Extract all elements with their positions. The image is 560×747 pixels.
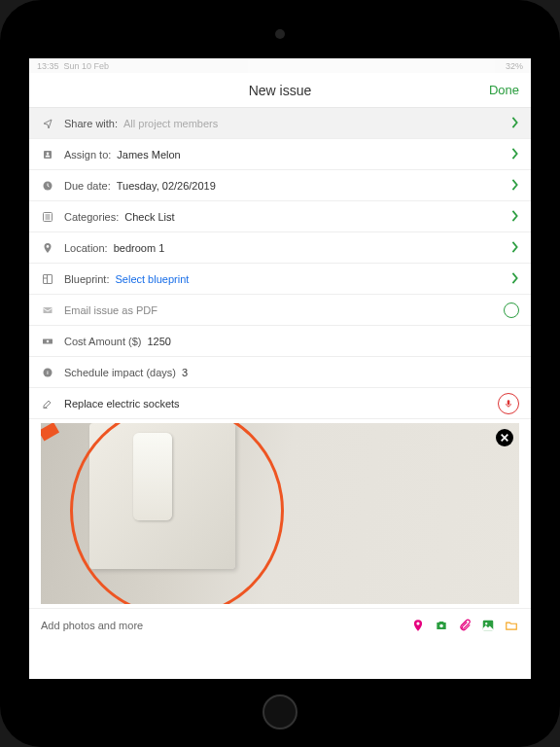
add-photos-bar: Add photos and more xyxy=(29,608,531,641)
remove-photo-button[interactable] xyxy=(496,429,513,446)
blueprint-row[interactable]: Blueprint: Select blueprint xyxy=(29,264,531,295)
blueprint-value: Select blueprint xyxy=(115,273,189,285)
svg-point-10 xyxy=(439,623,443,627)
camera-icon[interactable] xyxy=(434,618,449,633)
due-date-row[interactable]: Due date: Tuesday, 02/26/2019 xyxy=(29,170,531,201)
attachment-icon[interactable] xyxy=(457,618,472,633)
svg-rect-9 xyxy=(508,400,510,405)
location-pin-icon[interactable] xyxy=(410,618,426,633)
chevron-right-icon xyxy=(511,210,519,224)
svg-rect-4 xyxy=(44,307,52,313)
schedule-impact-value: 3 xyxy=(182,367,188,378)
add-photos-label: Add photos and more xyxy=(41,620,410,631)
folder-icon[interactable] xyxy=(504,618,519,633)
description-value: Replace electric sockets xyxy=(64,398,180,409)
due-date-label: Due date: xyxy=(64,180,111,192)
cost-amount-value: 1250 xyxy=(147,336,170,347)
gallery-icon[interactable] xyxy=(480,618,496,633)
categories-row[interactable]: Categories: Check List xyxy=(29,201,531,232)
done-button[interactable]: Done xyxy=(489,83,519,97)
cost-amount-label: Cost Amount ($) xyxy=(64,336,141,347)
home-button[interactable] xyxy=(262,694,298,729)
mic-button[interactable] xyxy=(498,393,519,414)
chevron-right-icon xyxy=(511,179,519,193)
location-value: bedroom 1 xyxy=(114,242,165,254)
email-pdf-row[interactable]: Email issue as PDF xyxy=(29,295,531,326)
categories-label: Categories: xyxy=(64,211,119,223)
edit-icon xyxy=(41,397,54,410)
email-pdf-indicator[interactable] xyxy=(504,302,519,318)
share-icon xyxy=(41,117,54,130)
location-row[interactable]: Location: bedroom 1 xyxy=(29,232,531,264)
description-row[interactable]: Replace electric sockets xyxy=(29,388,531,419)
money-icon xyxy=(41,335,54,348)
calendar-day-icon: i xyxy=(41,366,54,379)
user-icon xyxy=(41,148,54,161)
header: New issue Done xyxy=(29,73,531,108)
assign-to-row[interactable]: Assign to: James Melon xyxy=(29,139,531,170)
email-pdf-label: Email issue as PDF xyxy=(64,304,158,316)
svg-point-6 xyxy=(47,339,50,342)
clock-icon xyxy=(41,179,54,193)
svg-point-12 xyxy=(485,622,487,624)
device-camera xyxy=(275,29,285,39)
status-battery: 32% xyxy=(506,61,523,71)
screen: 13:35 Sun 10 Feb 32% New issue Done Shar… xyxy=(29,58,531,679)
chevron-right-icon xyxy=(511,272,519,286)
share-with-label: Share with: xyxy=(64,118,118,129)
cost-amount-row[interactable]: Cost Amount ($) 1250 xyxy=(29,326,531,357)
schedule-impact-label: Schedule impact (days) xyxy=(64,367,176,378)
chevron-right-icon xyxy=(511,148,519,161)
schedule-impact-row[interactable]: i Schedule impact (days) 3 xyxy=(29,357,531,388)
location-label: Location: xyxy=(64,242,108,254)
blueprint-icon xyxy=(41,272,54,286)
annotation-tag xyxy=(41,423,59,441)
share-with-value: All project members xyxy=(123,118,218,129)
email-icon xyxy=(41,303,54,317)
chevron-right-icon xyxy=(511,117,519,130)
pin-icon xyxy=(41,241,54,255)
page-title: New issue xyxy=(249,83,312,98)
annotation-circle xyxy=(70,423,284,604)
due-date-value: Tuesday, 02/26/2019 xyxy=(117,180,216,192)
status-bar: 13:35 Sun 10 Feb 32% xyxy=(29,58,531,73)
list-icon xyxy=(41,210,54,224)
photo-attachment[interactable] xyxy=(41,423,519,604)
share-with-row[interactable]: Share with: All project members xyxy=(29,108,531,139)
assign-to-value: James Melon xyxy=(117,149,180,160)
status-time: 13:35 Sun 10 Feb xyxy=(37,61,109,71)
categories-value: Check List xyxy=(124,211,174,223)
assign-to-label: Assign to: xyxy=(64,149,111,160)
chevron-right-icon xyxy=(511,241,519,255)
blueprint-label: Blueprint: xyxy=(64,273,109,285)
